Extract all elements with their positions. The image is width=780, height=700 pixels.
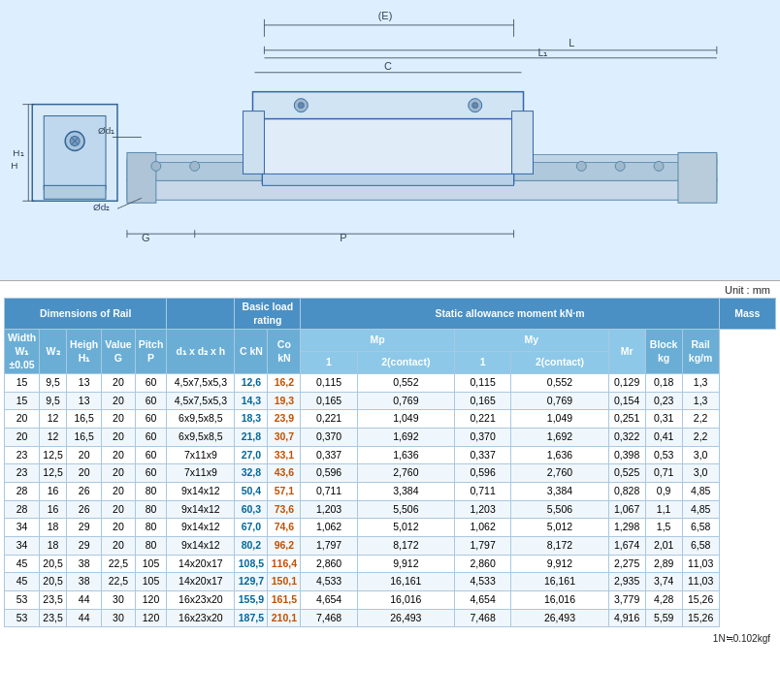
svg-rect-21 [44, 116, 106, 190]
table-cell: 23,9 [268, 410, 301, 429]
table-cell: 27,0 [235, 446, 268, 464]
table-row: 159,51320604,5x7,5x5,314,319,30,1650,769… [5, 392, 776, 410]
svg-rect-5 [127, 152, 156, 203]
page: (E) L L₁ C Ød₁ H₁ H Ød₂ [0, 0, 780, 700]
table-cell: 210,1 [268, 609, 301, 627]
table-cell: 34 [5, 536, 40, 555]
table-cell: 0,769 [357, 392, 454, 410]
table-cell: 20,5 [40, 573, 67, 591]
table-cell: 23,5 [40, 590, 67, 609]
table-cell: 9x14x12 [167, 536, 235, 555]
mp2-header: 2(contact) [357, 352, 454, 374]
table-cell: 2,89 [645, 555, 682, 573]
table-cell: 108,5 [235, 555, 268, 573]
table-cell: 16 [40, 483, 67, 501]
table-cell: 7,468 [454, 609, 510, 627]
table-cell: 20 [102, 429, 135, 447]
svg-rect-9 [512, 111, 534, 175]
table-cell: 0,221 [301, 410, 357, 429]
table-cell: 60 [135, 446, 167, 464]
svg-rect-14 [262, 174, 513, 185]
svg-text:H₁: H₁ [13, 147, 23, 158]
table-cell: 29 [67, 536, 102, 555]
table-cell: 12,5 [40, 446, 67, 464]
table-cell: 60 [135, 392, 167, 410]
table-cell: 0,370 [301, 429, 357, 447]
table-cell: 5,506 [511, 500, 608, 519]
table-row: 28162620809x14x1260,373,61,2035,5061,203… [5, 500, 776, 519]
table-cell: 0,552 [511, 374, 608, 393]
table-cell: 6,58 [682, 536, 719, 555]
table-row: 4520,53822,510514x20x17108,5116,42,8609,… [5, 555, 776, 573]
svg-rect-26 [44, 185, 106, 199]
table-cell: 19,3 [268, 392, 301, 410]
table-cell: 7,468 [301, 609, 357, 627]
table-cell: 9,5 [40, 392, 67, 410]
sub-my-header: My [454, 330, 608, 352]
table-cell: 30 [102, 609, 135, 627]
table-cell: 1,062 [454, 519, 510, 537]
table-cell: 1,1 [645, 500, 682, 519]
table-cell: 20 [102, 536, 135, 555]
table-cell: 26,493 [511, 609, 608, 627]
col-val-header: Value G [102, 330, 135, 374]
table-cell: 2,2 [682, 429, 719, 447]
svg-text:Ød₂: Ød₂ [93, 202, 110, 212]
table-cell: 38 [67, 573, 102, 591]
table-cell: 22,5 [102, 555, 135, 573]
table-cell: 120 [135, 609, 167, 627]
table-cell: 1,049 [357, 410, 454, 429]
table-cell: 16x23x20 [167, 590, 235, 609]
table-cell: 0,711 [301, 483, 357, 501]
header-d [167, 299, 235, 330]
table-cell: 21,8 [235, 429, 268, 447]
table-cell: 96,2 [268, 536, 301, 555]
table-cell: 60,3 [235, 500, 268, 519]
table-cell: 3,0 [682, 446, 719, 464]
table-cell: 80 [135, 500, 167, 519]
table-cell: 0,71 [645, 464, 682, 483]
table-cell: 30,7 [268, 429, 301, 447]
table-cell: 15,26 [682, 590, 719, 609]
table-cell: 1,636 [357, 446, 454, 464]
svg-point-19 [654, 161, 664, 171]
table-cell: 20 [102, 374, 135, 393]
table-cell: 3,74 [645, 573, 682, 591]
table-cell: 2,01 [645, 536, 682, 555]
table-cell: 20 [102, 446, 135, 464]
svg-rect-4 [678, 152, 717, 203]
table-cell: 16 [40, 500, 67, 519]
table-cell: 2,2 [682, 410, 719, 429]
svg-point-17 [576, 161, 586, 171]
table-cell: 4,85 [682, 500, 719, 519]
table-cell: 20 [67, 446, 102, 464]
table-cell: 0,9 [645, 483, 682, 501]
table-cell: 29 [67, 519, 102, 537]
table-cell: 20 [102, 500, 135, 519]
svg-point-16 [190, 161, 200, 171]
table-cell: 32,8 [235, 464, 268, 483]
table-cell: 22,5 [102, 573, 135, 591]
svg-text:C: C [384, 60, 392, 72]
table-cell: 0,165 [301, 392, 357, 410]
table-cell: 13 [67, 374, 102, 393]
table-cell: 20 [67, 464, 102, 483]
table-cell: 60 [135, 374, 167, 393]
col-rail-header: Rail kg/m [682, 330, 719, 374]
table-cell: 1,674 [608, 536, 645, 555]
table-cell: 4,654 [454, 590, 510, 609]
table-cell: 3,779 [608, 590, 645, 609]
table-cell: 0,154 [608, 392, 645, 410]
table-cell: 3,384 [511, 483, 608, 501]
table-cell: 23 [5, 446, 40, 464]
table-cell: 2,860 [454, 555, 510, 573]
table-row: 5323,5443012016x23x20155,9161,54,65416,0… [5, 590, 776, 609]
table-cell: 60 [135, 410, 167, 429]
table-cell: 0,398 [608, 446, 645, 464]
table-cell: 9x14x12 [167, 519, 235, 537]
header-mass: Mass [719, 299, 775, 330]
table-cell: 15 [5, 374, 40, 393]
table-cell: 1,692 [357, 429, 454, 447]
table-cell: 12,5 [40, 464, 67, 483]
table-cell: 1,203 [454, 500, 510, 519]
